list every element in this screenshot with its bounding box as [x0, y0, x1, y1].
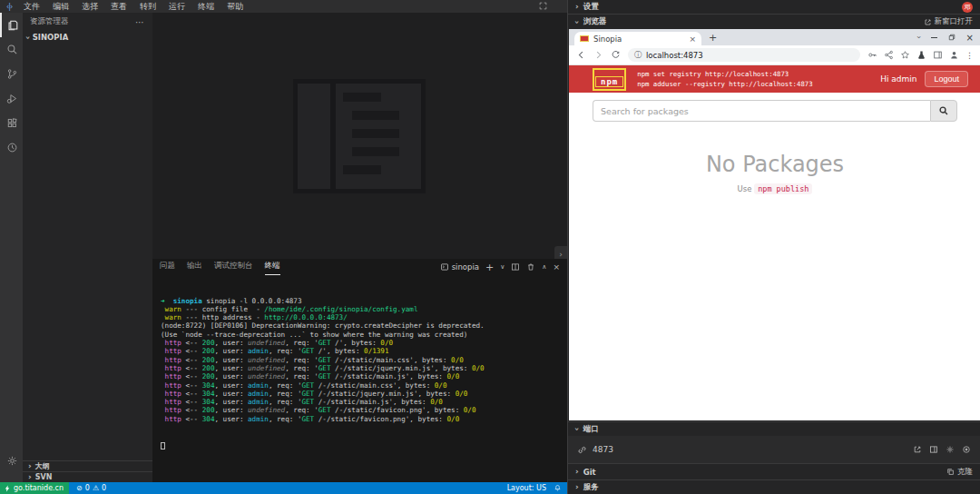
warning-count: 0: [102, 484, 106, 492]
terminal-line: http <-- 200, user: admin, req: 'GET /',…: [161, 347, 567, 355]
panel-tab-问题[interactable]: 问题: [160, 259, 175, 275]
user-avatar[interactable]: 邓: [962, 2, 973, 13]
terminal-view[interactable]: ➜ sinopia sinopia -l 0.0.0.0:4873 warn -…: [152, 275, 567, 466]
flask-icon[interactable]: [916, 50, 926, 60]
lightning-icon: [4, 485, 11, 492]
section-outline[interactable]: › 大纲: [23, 460, 152, 471]
status-bar: go.titanide.cn ⊘ 0 ⚠ 0 Layout: US: [0, 482, 567, 494]
section-outline-label: 大纲: [35, 461, 50, 471]
watermark-content-shape: [336, 84, 421, 189]
more-actions-icon[interactable]: ⋯: [135, 17, 145, 27]
npm-favicon: [580, 35, 589, 42]
section-services[interactable]: › 服务: [568, 479, 980, 494]
bookmark-star-icon[interactable]: [900, 50, 910, 60]
maximize-panel-icon[interactable]: ∧: [542, 263, 546, 271]
tab-title: Sinopia: [593, 35, 622, 44]
sidebar-toggle-icon[interactable]: [933, 50, 943, 60]
browser-menu-icon[interactable]: ⋮: [965, 51, 974, 60]
tab-close-icon[interactable]: ×: [689, 35, 696, 44]
empty-state: No Packages Use npm publish: [569, 152, 980, 193]
port-settings-gear-icon[interactable]: [946, 445, 955, 454]
layout-indicator[interactable]: Layout: US: [507, 484, 546, 492]
menu-终端[interactable]: 终端: [191, 1, 220, 13]
extensions-icon[interactable]: [0, 111, 23, 135]
source-control-icon[interactable]: [0, 62, 23, 86]
menu-选择[interactable]: 选择: [75, 1, 104, 13]
close-window-icon[interactable]: ×: [966, 33, 974, 43]
git-section-label: Git: [583, 468, 596, 477]
terminal-line: http <-- 200, user: undefined, req: 'GET…: [161, 406, 567, 414]
section-git[interactable]: › Git 克隆: [568, 463, 980, 479]
error-icon: ⊘: [76, 484, 83, 492]
refresh-icon[interactable]: [611, 50, 621, 60]
port-row-4873[interactable]: 4873: [568, 436, 980, 463]
npm-cmd-adduser: npm adduser --registry http://localhost:…: [637, 79, 812, 89]
browser-tab[interactable]: Sinopia ×: [574, 32, 701, 45]
menu-转到[interactable]: 转到: [133, 1, 162, 13]
chevron-right-icon: ›: [28, 473, 32, 481]
back-icon[interactable]: [576, 50, 586, 60]
bottom-panel: 问题输出调试控制台终端 sinopia + ∨ ∧ × ➜ sinopia si: [152, 259, 567, 482]
terminal-dropdown-icon[interactable]: ∨: [500, 263, 505, 271]
panel-tab-调试控制台[interactable]: 调试控制台: [214, 259, 253, 275]
menu-查看[interactable]: 查看: [104, 1, 133, 13]
new-terminal-icon[interactable]: +: [485, 262, 494, 273]
terminal-line: http <-- 304, user: admin, req: 'GET /-/…: [161, 390, 567, 398]
close-panel-icon[interactable]: ×: [553, 262, 560, 272]
preview-split-icon[interactable]: [929, 445, 938, 454]
share-icon[interactable]: [884, 50, 894, 60]
new-tab-icon[interactable]: +: [709, 32, 717, 44]
run-debug-icon[interactable]: [0, 86, 23, 111]
magnifier-icon: [938, 105, 949, 116]
chevron-down-icon: ›: [573, 20, 581, 24]
clone-button[interactable]: 克隆: [946, 467, 973, 478]
logout-button[interactable]: Logout: [925, 71, 968, 87]
url-bar[interactable]: ⓘ localhost:4873: [628, 48, 860, 62]
panel-tab-输出[interactable]: 输出: [187, 259, 202, 275]
section-svn[interactable]: › SVN: [23, 471, 152, 482]
search-button[interactable]: [930, 100, 957, 122]
menu-文件[interactable]: 文件: [17, 1, 46, 13]
npm-cmd-registry: npm set registry http://localhost:4873: [637, 69, 812, 79]
settings-gear-icon[interactable]: [0, 449, 23, 473]
ports-section-label: 端口: [583, 424, 599, 435]
menu-帮助[interactable]: 帮助: [220, 1, 250, 13]
forward-icon[interactable]: [593, 50, 603, 60]
notifications-bell-icon[interactable]: [554, 484, 562, 492]
open-new-window-button[interactable]: 新窗口打开: [924, 16, 974, 27]
fullscreen-icon[interactable]: [539, 2, 547, 10]
remote-indicator[interactable]: go.titanide.cn: [0, 482, 69, 494]
menu-编辑[interactable]: 编辑: [46, 1, 75, 13]
watermark-sidebar-shape: [298, 84, 330, 189]
ide-window: ‹|› 文件编辑选择查看转到运行终端帮助 资源管理器: [0, 0, 980, 494]
kill-terminal-icon[interactable]: [526, 262, 535, 272]
minimize-icon[interactable]: [931, 37, 937, 38]
terminal-line: http <-- 200, user: undefined, req: 'GET…: [161, 364, 567, 372]
folder-row-sinopia[interactable]: › SINOPIA: [23, 31, 152, 44]
section-settings[interactable]: › 设置 邓: [568, 0, 980, 14]
panel-tab-终端[interactable]: 终端: [265, 259, 280, 275]
site-info-icon[interactable]: ⓘ: [634, 50, 642, 60]
section-browser[interactable]: › 浏览器 新窗口打开: [568, 14, 980, 29]
services-section-label: 服务: [583, 482, 599, 493]
profile-avatar-icon[interactable]: [949, 50, 959, 60]
history-icon[interactable]: [0, 135, 23, 160]
npm-setup-commands: npm set registry http://localhost:4873 n…: [637, 69, 812, 89]
tab-search-chevron-icon[interactable]: ›: [915, 35, 922, 38]
menu-运行[interactable]: 运行: [162, 1, 191, 13]
problems-indicator[interactable]: ⊘ 0 ⚠ 0: [76, 484, 106, 492]
clone-icon: [946, 468, 955, 476]
package-search-input[interactable]: [593, 100, 930, 122]
explorer-icon[interactable]: [0, 13, 23, 37]
terminal-selector[interactable]: sinopia: [440, 262, 479, 272]
stop-forward-icon[interactable]: [962, 445, 971, 454]
split-terminal-icon[interactable]: [511, 262, 520, 272]
search-icon[interactable]: [0, 37, 23, 62]
key-icon[interactable]: [867, 50, 877, 60]
watermark-bar: [352, 147, 399, 156]
section-ports[interactable]: › 端口: [568, 421, 980, 436]
chevron-down-icon: ›: [24, 35, 32, 39]
open-in-browser-icon[interactable]: [913, 445, 922, 454]
npm-logo[interactable]: npm: [593, 68, 626, 91]
restore-icon[interactable]: [948, 34, 956, 41]
